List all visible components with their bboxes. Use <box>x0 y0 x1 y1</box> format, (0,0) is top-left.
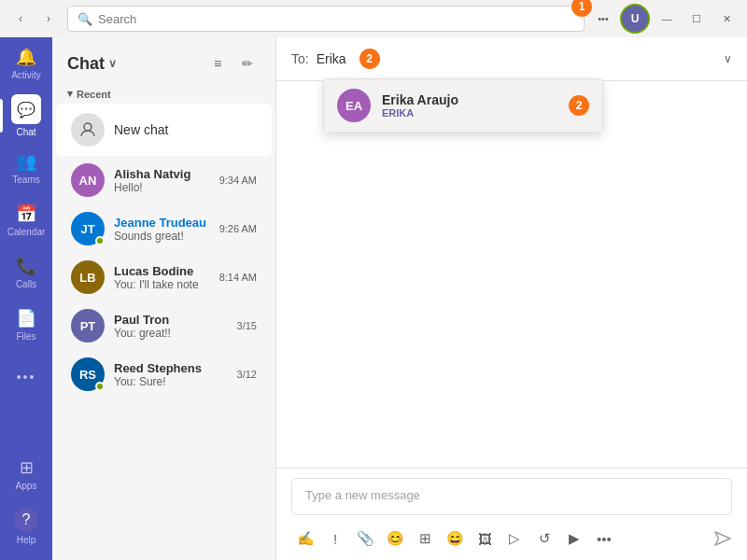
emoji-button[interactable]: 😊 <box>381 525 409 553</box>
meet-button[interactable]: ▷ <box>500 525 529 553</box>
avatar: PT <box>71 309 105 343</box>
message-input-area: Type a new message ✍ ! 📎 😊 ⊞ 😄 🖼 ▷ ↺ ▶ •… <box>276 468 747 560</box>
sticker-button[interactable]: 😄 <box>441 525 469 553</box>
files-icon: 📄 <box>16 308 36 329</box>
avatar: RS <box>71 357 105 391</box>
important-button[interactable]: ! <box>321 525 349 553</box>
sidebar-item-activity[interactable]: 🔔 Activity <box>0 37 52 90</box>
avatar: AN <box>71 163 105 197</box>
teams-label: Teams <box>12 175 39 185</box>
video-button[interactable]: ▶ <box>560 525 588 553</box>
suggestion-avatar: EA <box>337 89 371 122</box>
chat-item-name: Jeanne Trudeau <box>114 216 210 230</box>
list-item[interactable]: JT Jeanne Trudeau Sounds great! 9:26 AM <box>56 204 272 253</box>
sidebar-item-calls[interactable]: 📞 Calls <box>0 246 52 299</box>
sidebar: Chat ∨ ≡ ✏ ▾ Recent New chat <box>52 37 276 560</box>
calls-label: Calls <box>16 279 36 289</box>
send-button[interactable] <box>713 529 732 548</box>
sidebar-title: Chat ∨ <box>67 54 117 74</box>
new-chat-button[interactable]: ✏ <box>234 50 261 77</box>
search-bar: 🔍 <box>67 6 585 32</box>
chat-item-content: Reed Stephens You: Sure! <box>114 361 228 388</box>
chat-item-preview: Sounds great! <box>114 230 210 243</box>
sidebar-item-calendar[interactable]: 📅 Calendar <box>0 194 52 246</box>
sidebar-title-chevron[interactable]: ∨ <box>108 57 117 70</box>
to-label: To: <box>291 51 309 66</box>
chat-item-time: 3/15 <box>237 320 257 331</box>
chat-item-content: Paul Tron You: great!! <box>114 313 228 340</box>
giphy-button[interactable]: ⊞ <box>411 525 439 553</box>
list-item[interactable]: RS Reed Stephens You: Sure! 3/12 <box>56 350 272 399</box>
chat-icon: 💬 <box>17 101 35 119</box>
back-button[interactable]: ‹ <box>7 6 34 32</box>
chat-item-time: 9:26 AM <box>219 223 257 234</box>
chat-item-time: 8:14 AM <box>219 272 257 283</box>
message-area <box>276 81 747 468</box>
list-item[interactable]: PT Paul Tron You: great!! 3/15 <box>56 301 272 350</box>
sidebar-item-files[interactable]: 📄 Files <box>0 299 52 351</box>
nav-rail: 🔔 Activity 💬 Chat 👥 Teams 📅 Calendar 📞 C… <box>0 37 52 560</box>
more-toolbar-button[interactable]: ••• <box>590 525 618 553</box>
calendar-icon: 📅 <box>16 203 36 224</box>
chat-item-time: 3/12 <box>237 369 257 380</box>
more-icon: ••• <box>17 370 36 385</box>
attach-button[interactable]: 📎 <box>351 525 379 553</box>
title-bar-actions: ••• U — ☐ ✕ <box>590 4 740 34</box>
new-chat-avatar <box>71 113 105 147</box>
title-bar: ‹ › 🔍 1 ••• U — ☐ ✕ <box>0 0 747 37</box>
calendar-label: Calendar <box>7 227 46 237</box>
annotation-badge-1: 1 <box>571 0 592 17</box>
sidebar-item-help[interactable]: ? Help <box>0 500 52 553</box>
chat-item-content: Jeanne Trudeau Sounds great! <box>114 216 210 243</box>
suggestion-info: Erika Araujo ERIKA <box>382 92 458 119</box>
sidebar-item-chat[interactable]: 💬 Chat <box>0 90 52 142</box>
annotation-badge-2-to: 2 <box>359 49 380 69</box>
message-input-box[interactable]: Type a new message <box>291 478 732 515</box>
content-area: To: Erika 2 ∨ EA Erika Araujo ERIKA 2 <box>276 37 747 560</box>
to-value[interactable]: Erika <box>317 51 346 66</box>
avatar: JT <box>71 212 105 245</box>
chat-item-name: Lucas Bodine <box>114 264 210 278</box>
to-bar: To: Erika 2 ∨ EA Erika Araujo ERIKA 2 <box>276 37 747 81</box>
chat-item-time: 9:34 AM <box>219 175 257 186</box>
activity-icon: 🔔 <box>16 47 36 67</box>
suggestion-handle: ERIKA <box>382 107 458 119</box>
apps-label: Apps <box>16 481 37 491</box>
annotation-badge-2-suggestion: 2 <box>569 95 589 116</box>
sidebar-item-more[interactable]: ••• <box>0 351 52 403</box>
sidebar-item-apps[interactable]: ⊞ Apps <box>0 448 52 500</box>
calls-icon: 📞 <box>16 256 36 276</box>
list-item[interactable]: AN Alisha Natvig Hello! 9:34 AM <box>56 156 272 204</box>
more-options-button[interactable]: ••• <box>590 6 616 32</box>
teams-icon: 👥 <box>16 151 36 172</box>
chat-item-name: Paul Tron <box>114 313 228 327</box>
activity-label: Activity <box>11 70 41 80</box>
list-item[interactable]: LB Lucas Bodine You: I'll take note 8:14… <box>56 253 272 301</box>
format-button[interactable]: ✍ <box>291 525 319 553</box>
chat-item-preview: You: great!! <box>114 327 228 340</box>
search-icon: 🔍 <box>78 12 92 26</box>
image-button[interactable]: 🖼 <box>471 525 499 553</box>
forward-button[interactable]: › <box>35 6 62 32</box>
loop-button[interactable]: ↺ <box>530 525 558 553</box>
apps-icon: ⊞ <box>20 457 34 478</box>
nav-buttons: ‹ › <box>7 6 62 32</box>
sidebar-item-teams[interactable]: 👥 Teams <box>0 142 52 194</box>
maximize-button[interactable]: ☐ <box>684 6 710 32</box>
section-chevron: ▾ <box>67 88 73 100</box>
new-chat-item[interactable]: New chat <box>56 104 272 156</box>
close-button[interactable]: ✕ <box>713 6 740 32</box>
message-toolbar: ✍ ! 📎 😊 ⊞ 😄 🖼 ▷ ↺ ▶ ••• <box>291 521 732 556</box>
help-icon: ? <box>14 508 38 532</box>
minimize-button[interactable]: — <box>654 6 680 32</box>
search-input[interactable] <box>98 12 574 26</box>
filter-button[interactable]: ≡ <box>204 50 231 77</box>
suggestion-item[interactable]: EA Erika Araujo ERIKA 2 <box>324 79 602 132</box>
search-wrapper: 🔍 1 <box>67 6 585 32</box>
chat-item-name: Reed Stephens <box>114 361 228 375</box>
suggestion-name: Erika Araujo <box>382 92 458 107</box>
to-bar-expand[interactable]: ∨ <box>724 52 732 65</box>
section-recent-label: Recent <box>77 89 111 100</box>
sidebar-actions: ≡ ✏ <box>204 50 261 77</box>
avatar[interactable]: U <box>620 4 650 34</box>
